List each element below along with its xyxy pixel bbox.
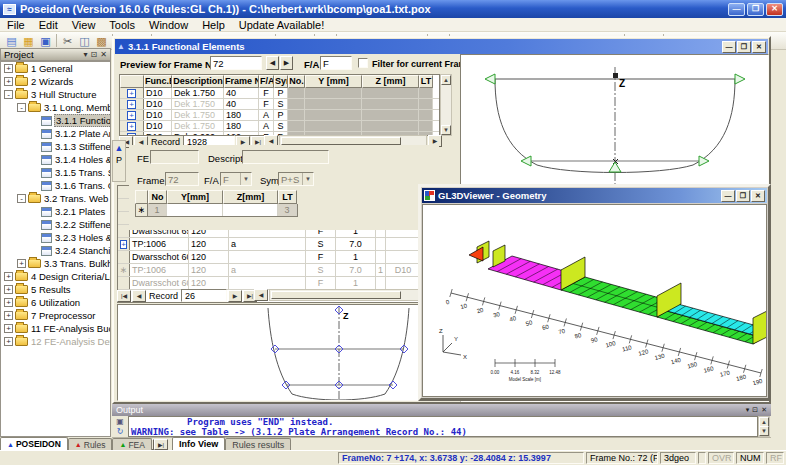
table-cell[interactable]: F: [306, 251, 336, 263]
open-file-button[interactable]: ▦: [20, 33, 37, 49]
tree-item-3-2-2-stiffeners[interactable]: 3.2.2 Stiffeners: [1, 218, 110, 231]
table-row[interactable]: +D10Dek 1.750180AP: [120, 110, 439, 121]
row-selector[interactable]: [118, 277, 130, 289]
save-file-button[interactable]: ▣: [37, 33, 54, 49]
poseidon-side-tab[interactable]: ▲ P: [112, 140, 126, 182]
table-cell[interactable]: S: [274, 121, 288, 131]
tree-item-6-utilization[interactable]: +6 Utilization: [1, 296, 110, 309]
table-cell[interactable]: [362, 88, 419, 98]
sym-combo[interactable]: P+S▼: [278, 172, 314, 186]
output-nav-last-button[interactable]: ▶|: [154, 439, 168, 450]
row-selector[interactable]: +: [118, 238, 130, 250]
table-cell[interactable]: 120: [189, 277, 229, 289]
output-console[interactable]: Program uses "END" instead. WARNING: see…: [128, 416, 758, 437]
table-cell[interactable]: 3: [278, 204, 297, 216]
tree-item-3-2-4-stanchions-st-[interactable]: 3.2.4 Stanchions & St...: [1, 244, 110, 257]
tree-item-3-2-trans-web-plates[interactable]: -3.2 Trans. Web Plates: [1, 192, 110, 205]
yz-subtable[interactable]: NoY[mm]Z[mm]LT∗13: [135, 190, 298, 217]
table-cell[interactable]: [288, 99, 305, 109]
tree-item-3-1-6-trans-girder[interactable]: 3.1.6 Trans. Girder: [1, 179, 110, 192]
description-input[interactable]: [242, 150, 329, 164]
gl3dviewer-close-button[interactable]: ✕: [751, 190, 765, 202]
column-header[interactable]: Y [mm]: [305, 75, 362, 88]
table-cell[interactable]: Dek 1.750: [172, 121, 224, 131]
filter-checkbox[interactable]: [358, 58, 368, 68]
record-first-button[interactable]: |◀: [117, 290, 131, 302]
table-cell[interactable]: D10: [144, 121, 172, 131]
project-chevron-down-icon[interactable]: ▾: [84, 50, 88, 59]
functional-elements-close-button[interactable]: ✕: [752, 41, 766, 53]
table-cell[interactable]: [419, 99, 433, 109]
table-cell[interactable]: a: [229, 264, 306, 276]
row-selector[interactable]: ∗: [118, 264, 130, 276]
row-selector[interactable]: +: [120, 110, 144, 120]
project-close-icon[interactable]: ✕: [100, 50, 107, 59]
expand-row-icon[interactable]: +: [127, 111, 136, 120]
table-row[interactable]: ∗TP:1006120aS7.01D10: [118, 264, 439, 277]
column-header[interactable]: LT: [278, 190, 297, 204]
table-cell[interactable]: 120: [189, 238, 229, 250]
table-cell[interactable]: Dwarsschot 60.000: [130, 251, 189, 263]
table-cell[interactable]: [386, 251, 421, 263]
table-cell[interactable]: [223, 204, 278, 216]
table-cell[interactable]: S: [274, 99, 288, 109]
tree-item-3-1-long-members[interactable]: -3.1 Long. Members: [1, 101, 110, 114]
table-cell[interactable]: Dek 1.750: [172, 99, 224, 109]
table-cell[interactable]: [419, 110, 433, 120]
table-cell[interactable]: [229, 277, 306, 289]
copy-button[interactable]: ◫: [76, 33, 93, 49]
table-row[interactable]: +D10Dek 1.750180AS: [120, 121, 439, 132]
tree-expand-toggle[interactable]: +: [4, 77, 13, 86]
table-cell[interactable]: [288, 88, 305, 98]
row-selector[interactable]: +: [120, 121, 144, 131]
table-cell[interactable]: F: [259, 88, 274, 98]
functional-elements-minimize-button[interactable]: —: [722, 41, 736, 53]
record-prev-button[interactable]: ◀: [132, 290, 146, 302]
menu-file[interactable]: File: [0, 19, 32, 31]
new-file-button[interactable]: ▤: [3, 33, 20, 49]
table-cell[interactable]: D10: [144, 99, 172, 109]
tree-item-3-hull-structure[interactable]: -3 Hull Structure: [1, 88, 110, 101]
menu-edit[interactable]: Edit: [32, 19, 65, 31]
table-cell[interactable]: 1: [376, 264, 386, 276]
table-cell[interactable]: [386, 277, 421, 289]
table-cell[interactable]: 7.0: [336, 238, 376, 250]
table-cell[interactable]: D10: [144, 110, 172, 120]
table-cell[interactable]: Dek 1.750: [172, 110, 224, 120]
tree-item-3-2-1-plates[interactable]: 3.2.1 Plates: [1, 205, 110, 218]
preview-frame-input[interactable]: 72: [210, 56, 262, 70]
table-cell[interactable]: [305, 99, 362, 109]
table-cell[interactable]: [167, 204, 223, 216]
tree-item-1-general[interactable]: +1 General: [1, 62, 110, 75]
lower-table-hscrollbar[interactable]: [269, 289, 427, 301]
row-selector[interactable]: ∗: [136, 204, 148, 216]
expand-row-icon[interactable]: +: [120, 240, 127, 249]
workspace-tab-rules[interactable]: ▲Rules: [68, 438, 113, 450]
menu-view[interactable]: View: [65, 19, 103, 31]
column-header[interactable]: Y[mm]: [167, 190, 223, 204]
cut-button[interactable]: ✂: [59, 33, 76, 49]
table-cell[interactable]: Dek 1.750: [172, 88, 224, 98]
menu-update-available-[interactable]: Update Available!: [232, 19, 331, 31]
table-cell[interactable]: [362, 121, 419, 131]
subtable-row[interactable]: ∗13: [135, 204, 298, 217]
functional-elements-table[interactable]: Func.Ele.DescriptionFrame No.F/ASym.No.Y…: [119, 74, 440, 136]
output-chevron-down-icon[interactable]: ▾: [746, 406, 750, 414]
table-row[interactable]: Dwarsschot 60.000120F1: [118, 251, 439, 264]
form-fa-combo[interactable]: F▼: [220, 172, 252, 186]
output-close-icon[interactable]: ✕: [761, 406, 767, 414]
tree-expand-toggle[interactable]: +: [4, 324, 13, 333]
table-cell[interactable]: S: [306, 238, 336, 250]
tree-item-3-1-3-stiffener-arrgm-[interactable]: 3.1.3 Stiffener Arrgm...: [1, 140, 110, 153]
fa-input[interactable]: F: [320, 56, 352, 70]
table-cell[interactable]: Dwarsschot 60.000: [130, 277, 189, 289]
column-header[interactable]: LT: [419, 75, 433, 88]
tree-expand-toggle[interactable]: +: [17, 259, 26, 268]
table-cell[interactable]: [305, 121, 362, 131]
table-cell[interactable]: [419, 88, 433, 98]
tree-expand-toggle[interactable]: +: [4, 337, 13, 346]
table-cell[interactable]: TP:1006: [130, 238, 189, 250]
table-cell[interactable]: [288, 110, 305, 120]
table-cell[interactable]: A: [259, 121, 274, 131]
table-cell[interactable]: [288, 121, 305, 131]
